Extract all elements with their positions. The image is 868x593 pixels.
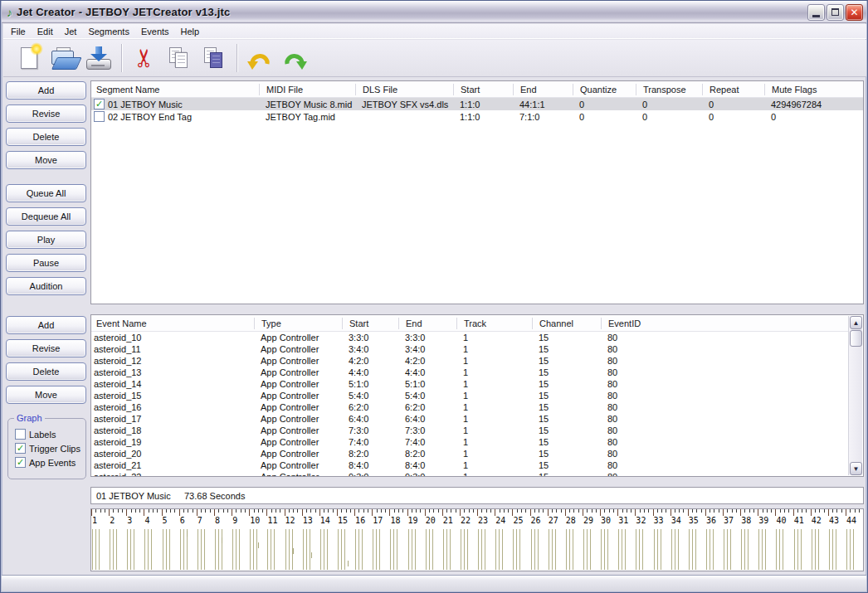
beat-tick: [368, 509, 368, 513]
save-file-button[interactable]: [81, 41, 116, 75]
timeline-measure-number: 3: [127, 516, 132, 525]
event-row[interactable]: asteroid_12App Controller4:2:04:2:011580: [91, 355, 848, 367]
scrollbar-thumb[interactable]: [850, 330, 862, 347]
column-header-transpose[interactable]: Transpose: [636, 84, 702, 95]
graph-option-labels[interactable]: Labels: [8, 427, 85, 441]
column-header-repeat[interactable]: Repeat: [702, 84, 764, 95]
segments-add-button[interactable]: Add: [6, 81, 86, 100]
segment-row[interactable]: 02 JETBOY End TagJETBOY Tag.mid1:1:07:1:…: [91, 110, 863, 123]
events-move-button[interactable]: Move: [6, 386, 86, 404]
app-events-checkbox[interactable]: ✓: [15, 457, 26, 468]
menu-item-file[interactable]: File: [5, 25, 32, 38]
beat-tick: [398, 509, 399, 513]
events-revise-button[interactable]: Revise: [6, 339, 86, 357]
beat-tick: [416, 509, 417, 513]
column-header-event-name[interactable]: Event Name: [91, 318, 254, 329]
column-header-start[interactable]: Start: [342, 318, 398, 329]
trigger-clip-line: [355, 529, 356, 570]
graph-option-trigger-clips[interactable]: ✓Trigger Clips: [8, 441, 85, 455]
event-row[interactable]: asteroid_16App Controller6:2:06:2:011580: [91, 401, 848, 413]
segments-pause-button[interactable]: Pause: [6, 254, 86, 272]
segments-delete-button[interactable]: Delete: [6, 128, 86, 146]
segment-checkbox[interactable]: ✓: [94, 99, 105, 109]
trigger-clip-line: [730, 529, 731, 570]
undo-button[interactable]: [242, 41, 277, 75]
event-row[interactable]: asteroid_19App Controller7:4:07:4:011580: [91, 436, 848, 448]
labels-checkbox[interactable]: [15, 429, 26, 440]
column-header-track[interactable]: Track: [456, 318, 532, 329]
segments-audition-button[interactable]: Audition: [6, 277, 86, 295]
event-row[interactable]: asteroid_14App Controller5:1:05:1:011580: [91, 378, 848, 390]
column-header-quantize[interactable]: Quantize: [573, 84, 636, 95]
segment-cell-end: 44:1:1: [513, 100, 573, 109]
event-cell-type: App Controller: [254, 414, 342, 424]
column-header-segment-name[interactable]: Segment Name: [91, 84, 259, 95]
event-cell-channel: 15: [532, 391, 601, 401]
menu-item-segments[interactable]: Segments: [82, 25, 135, 38]
column-header-dls-file[interactable]: DLS File: [355, 84, 453, 95]
beat-tick: [679, 509, 680, 513]
column-header-eventid[interactable]: EventID: [601, 318, 848, 329]
beat-tick: [100, 509, 101, 513]
beat-tick: [508, 509, 509, 513]
event-cell-channel: 15: [532, 449, 601, 459]
menu-item-edit[interactable]: Edit: [32, 25, 59, 38]
events-add-button[interactable]: Add: [6, 316, 86, 334]
redo-button[interactable]: [277, 41, 312, 75]
trigger-clip-line: [204, 529, 205, 570]
event-row[interactable]: asteroid_22App Controller9:3:09:3:011580: [91, 471, 848, 476]
copy-button[interactable]: [162, 41, 197, 75]
cut-button[interactable]: ✂: [127, 41, 162, 75]
beat-tick: [205, 509, 206, 513]
events-delete-button[interactable]: Delete: [6, 362, 86, 381]
scroll-up-icon[interactable]: ▲: [850, 316, 862, 329]
column-header-channel[interactable]: Channel: [532, 318, 601, 329]
event-row[interactable]: asteroid_15App Controller5:4:05:4:011580: [91, 390, 848, 401]
event-row[interactable]: asteroid_20App Controller8:2:08:2:011580: [91, 448, 848, 459]
event-cell-channel: 15: [532, 333, 601, 343]
column-header-midi-file[interactable]: MIDI File: [259, 84, 355, 95]
event-row[interactable]: asteroid_13App Controller4:4:04:4:011580: [91, 367, 848, 378]
menu-item-jet[interactable]: Jet: [59, 25, 83, 38]
event-row[interactable]: asteroid_21App Controller8:4:08:4:011580: [91, 459, 848, 471]
segments-revise-button[interactable]: Revise: [6, 105, 86, 123]
event-row[interactable]: asteroid_18App Controller7:3:07:3:011580: [91, 425, 848, 436]
trigger-clip-line: [642, 529, 643, 570]
new-file-button[interactable]: [12, 41, 46, 75]
column-header-start[interactable]: Start: [453, 84, 513, 95]
timeline-measure-number: 29: [583, 516, 593, 525]
close-button[interactable]: ✕: [846, 4, 863, 21]
maximize-button[interactable]: [827, 4, 844, 21]
minimize-button[interactable]: [807, 4, 825, 21]
event-row[interactable]: asteroid_10App Controller3:3:03:3:011580: [91, 332, 848, 343]
timeline-graph[interactable]: 1234567891011121314151617181920212223242…: [90, 508, 864, 571]
segment-checkbox[interactable]: [94, 111, 105, 122]
segments-play-button[interactable]: Play: [6, 231, 86, 249]
paste-button[interactable]: [197, 41, 232, 75]
menu-item-events[interactable]: Events: [135, 25, 175, 38]
column-header-end[interactable]: End: [513, 84, 573, 95]
column-header-end[interactable]: End: [398, 318, 456, 329]
beat-tick: [666, 509, 666, 513]
scroll-down-icon[interactable]: ▼: [850, 462, 862, 475]
timeline-measure-number: 18: [390, 516, 400, 525]
event-row[interactable]: asteroid_11App Controller3:4:03:4:011580: [91, 343, 848, 355]
segment-row[interactable]: ✓01 JETBOY MusicJETBOY Music 8.midJETBOY…: [91, 98, 863, 110]
trigger-clips-checkbox[interactable]: ✓: [15, 443, 26, 454]
column-header-mute-flags[interactable]: Mute Flags: [764, 84, 863, 95]
segments-queue-all-button[interactable]: Queue All: [6, 184, 86, 202]
menu-item-help[interactable]: Help: [175, 25, 206, 38]
graph-option-app-events[interactable]: ✓App Events: [8, 455, 85, 469]
trigger-clip-line: [758, 529, 759, 570]
event-row[interactable]: asteroid_17App Controller6:4:06:4:011580: [91, 413, 848, 425]
timeline-measure: 7: [197, 509, 214, 571]
trigger-clip-line: [678, 529, 679, 570]
open-file-button[interactable]: [46, 41, 81, 75]
segments-dequeue-all-button[interactable]: Dequeue All: [6, 207, 86, 226]
column-header-type[interactable]: Type: [254, 318, 342, 329]
events-scrollbar[interactable]: ▲ ▼: [848, 316, 862, 475]
measure-tick: [232, 509, 232, 516]
timeline-measure-number: 26: [531, 516, 541, 525]
segments-move-button[interactable]: Move: [6, 151, 86, 169]
trigger-clip-line: [151, 529, 152, 570]
